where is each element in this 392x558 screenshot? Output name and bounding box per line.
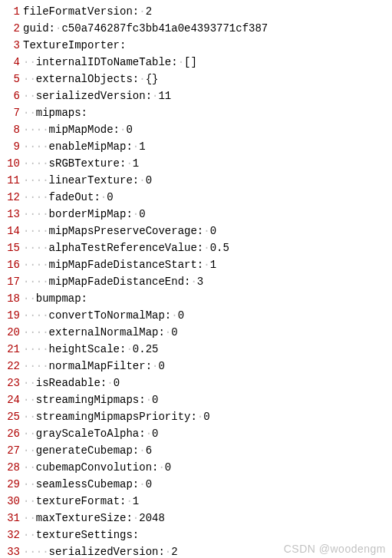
code-line: 1fileFormatVersion:·2 <box>0 3 392 20</box>
line-number: 13 <box>0 206 23 223</box>
code-content: ··textureFormat:·1 <box>23 493 392 510</box>
line-number: 3 <box>0 37 23 54</box>
line-number: 7 <box>0 104 23 121</box>
code-content: ····alphaTestReferenceValue:·0.5 <box>23 239 392 256</box>
code-view: 1fileFormatVersion:·22guid:·c50a746287fc… <box>0 3 392 558</box>
line-number: 33 <box>0 543 23 558</box>
code-line: 20····externalNormalMap:·0 <box>0 324 392 341</box>
code-line: 30··textureFormat:·1 <box>0 493 392 510</box>
code-content: ····externalNormalMap:·0 <box>23 324 392 341</box>
line-number: 20 <box>0 324 23 341</box>
code-line: 22····normalMapFilter:·0 <box>0 358 392 375</box>
line-number: 28 <box>0 459 23 476</box>
code-line: 24··streamingMipmaps:·0 <box>0 391 392 408</box>
code-line: 23··isReadable:·0 <box>0 375 392 391</box>
code-line: 21····heightScale:·0.25 <box>0 341 392 358</box>
code-content: ··streamingMipmaps:·0 <box>23 391 392 408</box>
code-content: ··cubemapConvolution:·0 <box>23 459 392 476</box>
code-content: ····fadeOut:·0 <box>23 189 392 206</box>
code-content: ····normalMapFilter:·0 <box>23 358 392 375</box>
code-content: ····mipMapFadeDistanceStart:·1 <box>23 256 392 273</box>
code-content: ··internalIDToNameTable:·[] <box>23 54 392 71</box>
line-number: 31 <box>0 510 23 527</box>
line-number: 1 <box>0 3 23 20</box>
code-content: ··streamingMipmapsPriority:·0 <box>23 408 392 425</box>
code-line: 25··streamingMipmapsPriority:·0 <box>0 408 392 425</box>
code-content: ····mipMapMode:·0 <box>23 121 392 138</box>
line-number: 25 <box>0 408 23 425</box>
line-number: 15 <box>0 239 23 256</box>
code-content: ····sRGBTexture:·1 <box>23 155 392 172</box>
code-line: 15····alphaTestReferenceValue:·0.5 <box>0 239 392 256</box>
line-number: 11 <box>0 172 23 189</box>
line-number: 4 <box>0 54 23 71</box>
code-line: 7··mipmaps: <box>0 104 392 121</box>
line-number: 8 <box>0 121 23 138</box>
line-number: 5 <box>0 71 23 87</box>
code-content: ····borderMipMap:·0 <box>23 206 392 223</box>
code-line: 18··bumpmap: <box>0 290 392 307</box>
code-line: 16····mipMapFadeDistanceStart:·1 <box>0 256 392 273</box>
code-line: 17····mipMapFadeDistanceEnd:·3 <box>0 273 392 290</box>
line-number: 21 <box>0 341 23 358</box>
code-line: 28··cubemapConvolution:·0 <box>0 459 392 476</box>
line-number: 30 <box>0 493 23 510</box>
code-content: ····mipMapFadeDistanceEnd:·3 <box>23 273 392 290</box>
code-content: TextureImporter: <box>23 37 392 54</box>
line-number: 19 <box>0 307 23 324</box>
code-content: ··grayScaleToAlpha:·0 <box>23 425 392 442</box>
line-number: 24 <box>0 391 23 408</box>
line-number: 32 <box>0 527 23 543</box>
code-line: 10····sRGBTexture:·1 <box>0 155 392 172</box>
code-content: ····convertToNormalMap:·0 <box>23 307 392 324</box>
line-number: 16 <box>0 256 23 273</box>
code-content: ··serializedVersion:·11 <box>23 87 392 104</box>
code-content: ··maxTextureSize:·2048 <box>23 510 392 527</box>
code-line: 8····mipMapMode:·0 <box>0 121 392 138</box>
code-content: ··externalObjects:·{} <box>23 71 392 87</box>
line-number: 14 <box>0 223 23 239</box>
code-line: 27··generateCubemap:·6 <box>0 442 392 459</box>
code-line: 19····convertToNormalMap:·0 <box>0 307 392 324</box>
line-number: 2 <box>0 20 23 37</box>
code-line: 31··maxTextureSize:·2048 <box>0 510 392 527</box>
code-line: 14····mipMapsPreserveCoverage:·0 <box>0 223 392 239</box>
code-content: ····heightScale:·0.25 <box>23 341 392 358</box>
line-number: 26 <box>0 425 23 442</box>
code-line: 4··internalIDToNameTable:·[] <box>0 54 392 71</box>
code-line: 12····fadeOut:·0 <box>0 189 392 206</box>
line-number: 27 <box>0 442 23 459</box>
code-line: 9····enableMipMap:·1 <box>0 138 392 155</box>
code-content: ··generateCubemap:·6 <box>23 442 392 459</box>
code-line: 2guid:·c50a746287fc3bb41a0e4393771cf387 <box>0 20 392 37</box>
line-number: 10 <box>0 155 23 172</box>
code-line: 26··grayScaleToAlpha:·0 <box>0 425 392 442</box>
line-number: 23 <box>0 375 23 391</box>
line-number: 9 <box>0 138 23 155</box>
code-content: ··mipmaps: <box>23 104 392 121</box>
code-content: ··seamlessCubemap:·0 <box>23 476 392 493</box>
line-number: 18 <box>0 290 23 307</box>
code-line: 11····linearTexture:·0 <box>0 172 392 189</box>
code-content: guid:·c50a746287fc3bb41a0e4393771cf387 <box>23 20 392 37</box>
line-number: 29 <box>0 476 23 493</box>
code-line: 29··seamlessCubemap:·0 <box>0 476 392 493</box>
line-number: 6 <box>0 87 23 104</box>
line-number: 22 <box>0 358 23 375</box>
code-content: fileFormatVersion:·2 <box>23 3 392 20</box>
code-content: ····linearTexture:·0 <box>23 172 392 189</box>
code-content: ····enableMipMap:·1 <box>23 138 392 155</box>
line-number: 17 <box>0 273 23 290</box>
line-number: 12 <box>0 189 23 206</box>
code-line: 3TextureImporter: <box>0 37 392 54</box>
watermark-text: CSDN @woodengm <box>284 540 386 557</box>
code-line: 13····borderMipMap:·0 <box>0 206 392 223</box>
code-content: ····mipMapsPreserveCoverage:·0 <box>23 223 392 239</box>
code-content: ··bumpmap: <box>23 290 392 307</box>
code-line: 5··externalObjects:·{} <box>0 71 392 87</box>
code-content: ··isReadable:·0 <box>23 375 392 391</box>
code-line: 6··serializedVersion:·11 <box>0 87 392 104</box>
